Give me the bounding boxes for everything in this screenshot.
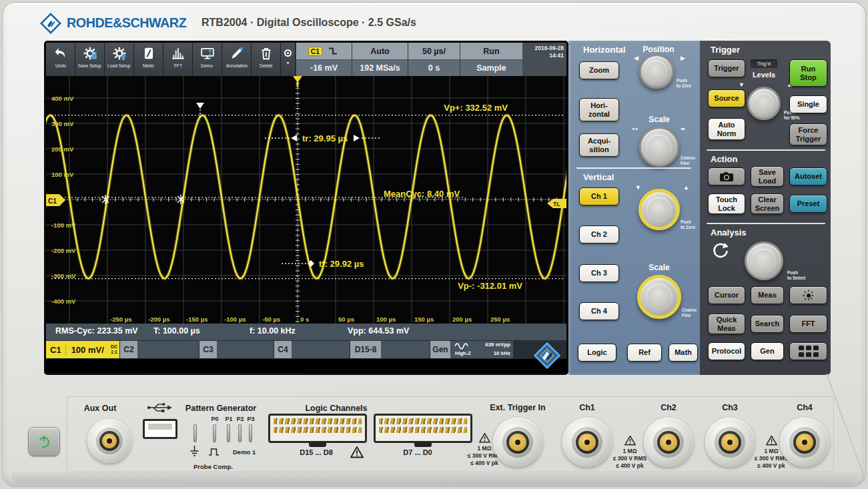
toolbar-record-button[interactable]: ▼ — [281, 43, 296, 76]
toolbar-meter-button[interactable]: Meter — [134, 43, 163, 76]
measurement-frequency: f: 10.00 kHz — [250, 326, 296, 336]
d7-d0-label: D7 ... D0 — [378, 448, 458, 456]
channel2-button[interactable]: Ch 2 — [579, 225, 619, 243]
quick-meas-button[interactable]: Quick Meas — [708, 314, 745, 334]
svg-text:400 mV: 400 mV — [51, 95, 74, 102]
channel2-tab[interactable]: C2 — [120, 341, 199, 358]
trigger-position-marker[interactable] — [293, 76, 302, 83]
toolbar-delete-button[interactable]: Delete — [252, 43, 281, 76]
status-trigger-level[interactable]: -16 mV — [296, 59, 352, 76]
levels-label: Levels — [751, 71, 777, 79]
status-timebase[interactable]: 50 µs/ — [408, 43, 460, 59]
autoset-button[interactable]: Autoset — [789, 167, 827, 185]
cursor-button[interactable]: Cursor — [708, 286, 745, 304]
horizontal-scale-knob[interactable] — [639, 127, 679, 167]
measurement-bar: RMS-Cyc: 223.35 mV T: 100.00 µs f: 10.00… — [46, 324, 566, 340]
single-button[interactable]: Single — [789, 95, 827, 113]
run-stop-button[interactable]: Run Stop — [789, 59, 827, 87]
trigger-button[interactable]: Trigger — [708, 59, 745, 77]
apps-button[interactable] — [789, 342, 827, 360]
channel1-button[interactable]: Ch 1 — [579, 187, 619, 205]
probe-comp-label: Probe Comp. — [193, 463, 233, 470]
channel3-button[interactable]: Ch 3 — [579, 264, 619, 282]
ext-trigger-connector — [493, 418, 542, 467]
generator-tab[interactable]: Gen High-Z 639 mVpp 10 kHz — [430, 341, 513, 358]
vertical-scale-knob[interactable] — [637, 275, 681, 319]
status-datetime: 2016-09-28 14:41 — [522, 43, 566, 76]
meter-icon — [141, 46, 156, 61]
force-trigger-button[interactable]: Force Trigger — [789, 123, 827, 145]
toolbar-demo-button[interactable]: Demo — [193, 43, 222, 76]
status-acquire-mode[interactable]: Sample — [460, 59, 522, 76]
waveform-area[interactable]: 400 mV300 mV200 mV100 mV0 V-100 mV-200 m… — [46, 76, 566, 324]
toolbar-fft-button[interactable]: FFT — [163, 43, 193, 76]
math-button[interactable]: Math — [669, 344, 698, 362]
toolbar-save-setup-button[interactable]: Save Setup — [75, 43, 105, 76]
toolbar-load-setup-button[interactable]: Load Setup — [105, 43, 134, 76]
svg-text:100 mV: 100 mV — [51, 171, 74, 178]
clear-screen-button[interactable]: Clear Screen — [751, 193, 784, 214]
status-horizontal-position[interactable]: 0 s — [408, 59, 460, 76]
measurement-period: T: 100.00 µs — [153, 326, 200, 336]
save-setup-icon — [83, 46, 97, 61]
preset-button[interactable]: Preset — [789, 195, 827, 213]
usb-icon — [145, 402, 172, 413]
logic-connector-low — [374, 414, 472, 443]
action-section-title: Action — [711, 154, 737, 164]
search-button[interactable]: Search — [751, 315, 784, 333]
channel4-button[interactable]: Ch 4 — [579, 302, 619, 320]
intensity-button[interactable] — [789, 286, 827, 304]
source-button[interactable]: Source — [708, 89, 745, 107]
screenshot-button[interactable] — [708, 167, 745, 185]
touch-lock-button[interactable]: Touch Lock — [708, 193, 745, 214]
pattern-pin-p1 — [227, 424, 230, 442]
warning-icon — [479, 432, 490, 443]
trigger-action-analysis-panel: Trigger Trigger Trig'd Levels ▼ ▲ Push f… — [700, 41, 831, 375]
horizontal-position-knob[interactable] — [639, 54, 674, 89]
undo-icon — [53, 46, 68, 61]
status-trigger-source[interactable]: C1 — [296, 43, 352, 59]
rise-time-annotation: tr: 29.95 µs — [302, 133, 348, 143]
acquisition-button[interactable]: Acqui- sition — [579, 133, 619, 157]
save-load-button[interactable]: Save Load — [751, 166, 784, 187]
status-trigger-mode[interactable]: Auto — [352, 43, 408, 59]
gen-button[interactable]: Gen — [751, 342, 784, 360]
navigation-knob[interactable] — [745, 241, 783, 280]
channel1-tab[interactable]: C1 100 mV/ DC 1:1 — [46, 341, 119, 358]
logic-button[interactable]: Logic — [578, 344, 616, 362]
svg-text:-200 mV: -200 mV — [51, 247, 76, 254]
warning-icon — [624, 435, 636, 446]
delete-icon — [259, 46, 274, 61]
navigation-rotate-icon — [712, 242, 729, 260]
measurement-vpp: Vpp: 644.53 mV — [348, 326, 409, 336]
fft-button[interactable]: FFT — [789, 315, 827, 333]
horizontal-button[interactable]: Hori- zontal — [579, 98, 619, 121]
sine-icon — [454, 342, 472, 350]
power-button[interactable] — [28, 427, 60, 456]
trigger-section-title: Trigger — [711, 45, 740, 55]
meas-button[interactable]: Meas — [751, 286, 784, 304]
vertical-position-knob[interactable] — [638, 189, 680, 230]
protocol-button[interactable]: Protocol — [708, 342, 745, 360]
pattern-generator-label: Pattern Generator — [171, 404, 271, 413]
ref-button[interactable]: Ref — [627, 344, 662, 362]
toolbar-annotation-button[interactable]: Annotation — [222, 43, 252, 76]
toolbar-undo-button[interactable]: Undo — [46, 43, 75, 76]
status-bar: C1 Auto 50 µs/ Run 2016-09-28 14:41 -16 … — [296, 43, 566, 76]
channel4-tab[interactable]: C4 — [274, 341, 350, 358]
digital-channels-tab[interactable]: D15-8 — [350, 341, 430, 358]
rs-logo-icon — [39, 11, 63, 35]
arrow-down-icon: ▼ — [739, 82, 745, 88]
zoom-button[interactable]: Zoom — [579, 61, 619, 79]
peak-marker-icon — [196, 103, 204, 109]
channel3-tab[interactable]: C3 — [199, 341, 274, 358]
compress-icon: ▸◂ — [632, 126, 637, 131]
svg-text:-100 µs: -100 µs — [224, 316, 246, 323]
trigger-levels-knob[interactable] — [747, 87, 781, 120]
analysis-section-title: Analysis — [711, 227, 746, 237]
auto-norm-button[interactable]: Auto Norm — [708, 118, 745, 140]
camera-icon — [719, 171, 734, 182]
status-sample-rate[interactable]: 192 MSa/s — [352, 59, 408, 76]
pattern-pin-p0 — [213, 424, 216, 442]
status-run-state[interactable]: Run — [460, 43, 522, 59]
